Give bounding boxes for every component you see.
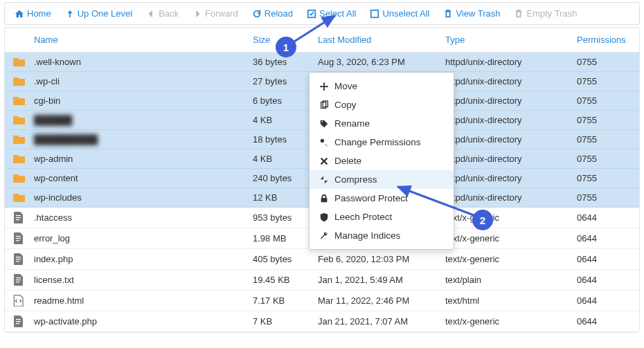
file-permissions: 0755	[577, 115, 631, 125]
select-all-icon	[307, 9, 316, 19]
file-name: wp-includes	[34, 192, 253, 203]
up-one-level-button[interactable]: Up One Level	[58, 4, 140, 23]
file-size: 27 bytes	[253, 76, 318, 86]
svg-rect-2	[16, 215, 21, 216]
view-trash-button[interactable]: View Trash	[436, 4, 507, 23]
svg-rect-10	[16, 261, 19, 262]
ctx-manage-indices[interactable]: Manage Indices	[310, 226, 454, 245]
column-last-modified[interactable]: Last Modified	[318, 35, 445, 45]
file-icon	[13, 212, 34, 223]
folder-icon	[13, 173, 34, 183]
svg-rect-6	[16, 238, 21, 239]
file-type: httpd/unix-directory	[445, 134, 577, 145]
svg-rect-20	[321, 198, 328, 202]
table-row[interactable]: license.txt19.45 KBJan 1, 2021, 5:49 AMt…	[5, 270, 639, 291]
file-icon	[13, 274, 34, 286]
forward-button: Forward	[186, 4, 245, 23]
column-type[interactable]: Type	[445, 35, 577, 45]
tag-icon	[319, 119, 329, 129]
reload-button[interactable]: Reload	[245, 4, 300, 23]
file-icon	[13, 315, 34, 327]
reload-icon	[252, 9, 262, 19]
file-size: 4 KB	[253, 115, 318, 125]
file-permissions: 0755	[577, 192, 631, 203]
select-all-button[interactable]: Select All	[300, 4, 363, 23]
ctx-password-protect[interactable]: Password Protect	[310, 189, 454, 208]
file-size: 953 bytes	[253, 212, 318, 223]
file-permissions: 0644	[577, 233, 631, 244]
file-permissions: 0755	[577, 57, 631, 67]
file-size: 6 bytes	[253, 95, 318, 106]
file-icon	[13, 253, 34, 265]
home-button[interactable]: Home	[8, 4, 58, 23]
ctx-compress[interactable]: Compress	[310, 170, 454, 189]
ctx-leech-protect[interactable]: Leech Protect	[310, 208, 454, 226]
ctx-copy-label: Copy	[334, 100, 357, 110]
back-label: Back	[159, 8, 179, 19]
file-size: 7.17 KB	[253, 295, 318, 306]
file-name: ██████	[34, 115, 253, 125]
file-name: wp-admin	[34, 154, 253, 164]
annotation-badge-2: 2	[472, 210, 493, 230]
view-trash-label: View Trash	[456, 8, 500, 19]
svg-rect-5	[16, 236, 21, 237]
file-size: 12 KB	[253, 192, 318, 203]
ctx-copy[interactable]: Copy	[310, 95, 454, 114]
ctx-indices-label: Manage Indices	[334, 230, 400, 241]
copy-icon	[319, 100, 329, 110]
file-size: 240 bytes	[253, 173, 318, 183]
table-row[interactable]: readme.html7.17 KBMar 11, 2022, 2:46 PMt…	[5, 291, 639, 311]
table-row[interactable]: index.php405 bytesFeb 6, 2020, 12:03 PMt…	[5, 249, 639, 270]
file-name: .htaccess	[34, 212, 253, 223]
file-name: .wp-cli	[34, 76, 253, 86]
svg-rect-11	[16, 277, 21, 278]
column-permissions[interactable]: Permissions	[577, 35, 631, 45]
file-name: cgi-bin	[34, 95, 253, 106]
file-modified: Aug 3, 2020, 6:23 PM	[318, 57, 445, 67]
table-row[interactable]: wp-activate.php7 KBJan 21, 2021, 7:07 AM…	[5, 311, 639, 332]
file-size: 1.98 MB	[253, 233, 318, 244]
svg-rect-3	[16, 217, 21, 218]
reload-label: Reload	[265, 8, 293, 19]
toolbar: Home Up One Level Back Forward Reload Se…	[4, 2, 640, 25]
select-all-label: Select All	[319, 8, 356, 19]
move-icon	[319, 82, 329, 91]
file-type: httpd/unix-directory	[445, 57, 577, 67]
file-permissions: 0644	[577, 212, 631, 223]
key-icon	[319, 138, 329, 147]
file-icon	[13, 232, 34, 244]
ctx-change-permissions[interactable]: Change Permissions	[310, 133, 454, 152]
file-permissions: 0755	[577, 154, 631, 164]
file-type: text/plain	[445, 275, 577, 285]
file-permissions: 0644	[577, 295, 631, 306]
home-label: Home	[27, 8, 51, 19]
file-permissions: 0755	[577, 134, 631, 145]
ctx-rename[interactable]: Rename	[310, 114, 454, 133]
file-name: .well-known	[34, 57, 253, 67]
svg-rect-16	[16, 323, 19, 324]
ctx-password-label: Password Protect	[334, 193, 408, 203]
file-modified: Jan 1, 2021, 5:49 AM	[318, 275, 445, 285]
svg-rect-7	[16, 240, 19, 241]
column-name[interactable]: Name	[13, 35, 253, 45]
folder-icon	[13, 115, 34, 125]
file-name: wp-content	[34, 173, 253, 183]
file-permissions: 0644	[577, 254, 631, 264]
ctx-delete[interactable]: Delete	[310, 152, 454, 170]
file-size: 7 KB	[253, 316, 318, 327]
file-type: httpd/unix-directory	[445, 192, 577, 203]
unselect-all-button[interactable]: Unselect All	[363, 4, 436, 23]
file-type: text/html	[445, 295, 577, 306]
file-type: httpd/unix-directory	[445, 115, 577, 125]
file-size: 405 bytes	[253, 254, 318, 264]
folder-icon	[13, 76, 34, 86]
code-icon	[13, 295, 34, 306]
folder-icon	[13, 134, 34, 145]
ctx-move[interactable]: Move	[310, 77, 454, 95]
file-modified: Feb 6, 2020, 12:03 PM	[318, 254, 445, 264]
svg-rect-4	[16, 219, 19, 220]
file-size: 18 bytes	[253, 134, 318, 145]
file-name: wp-activate.php	[34, 316, 253, 327]
shield-icon	[319, 212, 329, 222]
table-row[interactable]: .well-known36 bytesAug 3, 2020, 6:23 PMh…	[5, 53, 639, 72]
